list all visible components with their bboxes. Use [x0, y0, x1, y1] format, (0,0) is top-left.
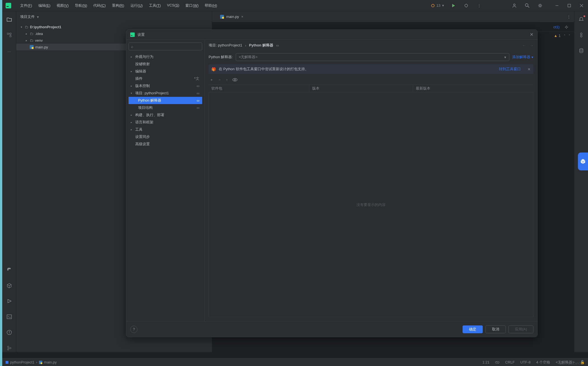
- status-position[interactable]: 1:21: [482, 360, 489, 364]
- database-tool[interactable]: [577, 47, 585, 55]
- tab-main[interactable]: main.py ×: [217, 11, 246, 22]
- settings-languages[interactable]: ▸语言和框架: [129, 119, 202, 126]
- banner-link[interactable]: 转到工具窗口: [499, 67, 521, 72]
- settings-search[interactable]: ⌕: [129, 43, 202, 50]
- more-icon[interactable]: ⋮: [475, 2, 483, 9]
- settings-sync[interactable]: 设置同步: [129, 133, 202, 140]
- structure-tool[interactable]: [5, 31, 13, 39]
- dialog-titlebar: 设置 ✕: [126, 30, 537, 40]
- run-indicator[interactable]: 13 ▾: [431, 3, 444, 8]
- add-package-icon[interactable]: ＋: [210, 77, 213, 82]
- ok-button[interactable]: 确定: [463, 325, 483, 333]
- col-version[interactable]: 版本: [309, 85, 413, 92]
- python-console-tool[interactable]: [5, 266, 13, 274]
- package-toolbar: ＋ － ↑: [205, 75, 537, 85]
- chevron-down-icon: ▾: [531, 55, 533, 59]
- menu-window[interactable]: 窗口(W): [183, 2, 201, 9]
- toggle-icon[interactable]: [495, 361, 500, 364]
- close-button[interactable]: [578, 2, 585, 9]
- statusbar: pythonProject1 › main.py 1:21 CRLF UTF-8…: [2, 358, 588, 366]
- project-indicator-icon[interactable]: [6, 361, 8, 364]
- more-tool[interactable]: …: [5, 47, 13, 55]
- dialog-footer: ? 确定 取消 应用(A): [126, 321, 537, 337]
- upgrade-package-icon[interactable]: ↑: [226, 78, 228, 82]
- nav-forward-icon[interactable]: →: [530, 43, 533, 48]
- svg-line-11: [528, 6, 529, 8]
- crumb-hint[interactable]: ct1): [553, 25, 559, 29]
- menu-vcs[interactable]: VCS(S): [164, 2, 182, 9]
- run-button[interactable]: [450, 2, 457, 9]
- menu-refactor[interactable]: 重构(R): [109, 2, 127, 9]
- settings-build[interactable]: ▸构建、执行、部署: [129, 111, 202, 119]
- tab-close-icon[interactable]: ×: [241, 15, 244, 19]
- folder-icon: 🗀: [30, 32, 33, 36]
- col-package[interactable]: 软件包: [209, 85, 309, 92]
- tabs-more-icon[interactable]: ⋮: [567, 15, 571, 19]
- breadcrumb-project[interactable]: 项目: pythonProject1: [209, 43, 242, 48]
- svg-rect-14: [568, 4, 571, 7]
- reader-mode-icon[interactable]: [563, 24, 570, 31]
- ai-tool[interactable]: [577, 31, 585, 39]
- settings-content: 项目: pythonProject1 › Python 解释器 ▭ ←→ Pyt…: [205, 40, 537, 321]
- menu-view[interactable]: 视图(V): [54, 2, 71, 9]
- problems-tool[interactable]: [5, 329, 13, 336]
- dialog-close-icon[interactable]: ✕: [530, 32, 533, 37]
- status-encoding[interactable]: UTF-8: [520, 360, 531, 364]
- chevron-down-icon[interactable]: ˅: [569, 34, 570, 37]
- status-file[interactable]: main.py: [44, 360, 57, 364]
- help-button[interactable]: ?: [130, 326, 137, 333]
- notifications-tool[interactable]: [577, 15, 585, 23]
- settings-icon[interactable]: [536, 2, 544, 9]
- search-icon[interactable]: [524, 2, 531, 9]
- vcs-tool[interactable]: [5, 344, 13, 352]
- interpreter-combo[interactable]: <无解释器>▾: [236, 53, 509, 61]
- settings-vcs[interactable]: ▸版本控制▭: [129, 82, 202, 90]
- nav-back-icon[interactable]: ←: [522, 43, 526, 48]
- settings-tools[interactable]: ▸工具: [129, 126, 202, 133]
- remove-package-icon[interactable]: －: [218, 77, 221, 82]
- packages-tool[interactable]: [5, 281, 13, 289]
- settings-structure[interactable]: 项目结构▭: [129, 104, 202, 111]
- cancel-button[interactable]: 取消: [486, 325, 506, 333]
- gauge-icon: [431, 4, 435, 8]
- account-icon[interactable]: [511, 2, 518, 9]
- status-line-ending[interactable]: CRLF: [505, 360, 515, 364]
- menu-file[interactable]: 文件(F): [17, 2, 35, 9]
- svg-point-4: [465, 4, 468, 7]
- terminal-tool[interactable]: [5, 313, 13, 321]
- apply-button[interactable]: 应用(A): [508, 325, 533, 333]
- add-interpreter-link[interactable]: 添加解释器 ▾: [512, 55, 533, 60]
- settings-editor[interactable]: ▸编辑器: [129, 68, 202, 75]
- col-latest[interactable]: 最新版本: [413, 85, 533, 92]
- settings-keymap[interactable]: 按键映射: [129, 60, 202, 68]
- warning-badge[interactable]: ▲1: [554, 34, 561, 38]
- menu-tools[interactable]: 工具(T): [146, 2, 164, 9]
- menu-navigate[interactable]: 导航(N): [72, 2, 90, 9]
- settings-plugins[interactable]: 插件ᴬ文: [129, 75, 202, 82]
- project-tool[interactable]: [5, 15, 13, 23]
- menu-code[interactable]: 代码(C): [90, 2, 108, 9]
- menu-run[interactable]: 运行(U): [128, 2, 146, 9]
- side-tab[interactable]: [578, 152, 588, 170]
- settings-project[interactable]: ▾项目: pythonProject1▭: [129, 90, 202, 97]
- banner-text: 在 Python 软件包工具窗口中尝试重新设计的打包支持。: [219, 67, 309, 72]
- menu-edit[interactable]: 编辑(E): [36, 2, 53, 9]
- status-project[interactable]: pythonProject1: [10, 360, 34, 364]
- settings-interpreter[interactable]: Python 解释器▭: [129, 97, 202, 104]
- project-scope-icon: ▭: [276, 44, 279, 47]
- debug-button[interactable]: [463, 2, 470, 9]
- minimize-button[interactable]: [553, 2, 561, 9]
- python-file-icon: [220, 15, 224, 19]
- settings-appearance[interactable]: ▸外观与行为: [129, 53, 202, 60]
- settings-advanced[interactable]: 高级设置: [129, 140, 202, 148]
- settings-dialog: 设置 ✕ ⌕ ▸外观与行为 按键映射 ▸编辑器 插件ᴬ文 ▸版本控制▭ ▾项目:…: [126, 29, 538, 337]
- maximize-button[interactable]: [566, 2, 573, 9]
- chevron-up-icon[interactable]: ˄: [564, 34, 565, 37]
- show-early-icon[interactable]: [232, 78, 237, 81]
- status-indent[interactable]: 4 个空格: [536, 360, 550, 365]
- services-tool[interactable]: [5, 297, 13, 305]
- banner-close-icon[interactable]: ✕: [528, 67, 531, 71]
- menu-help[interactable]: 帮助(H): [202, 2, 220, 9]
- settings-search-input[interactable]: [134, 44, 200, 49]
- project-panel-header[interactable]: 项目文件 ▾: [16, 11, 212, 22]
